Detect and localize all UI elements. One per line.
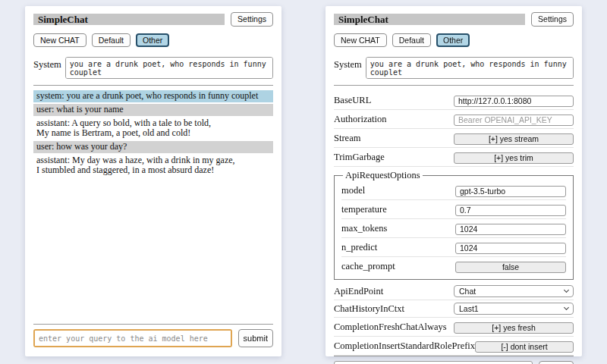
query-input[interactable]	[33, 329, 232, 347]
setting-row-api-endpoint: ApiEndPoint Chat	[334, 283, 574, 300]
setting-row-completion-insert: CompletionInsertStandardRolePrefix [-] d…	[334, 337, 574, 356]
chevron-down-icon	[564, 287, 569, 293]
completion-fresh-label: CompletionFreshChatAlways	[334, 322, 447, 333]
chat-messages: system: you are a drunk poet, who respon…	[33, 90, 273, 178]
submit-button[interactable]: submit	[238, 329, 273, 347]
setting-row-n-predict: n_predict	[341, 238, 566, 257]
api-request-options-fieldset: ApiRequestOptions model temperature max_…	[334, 170, 574, 280]
divider	[33, 324, 273, 325]
chat-history-label: ChatHistoryInCtxt	[334, 303, 404, 315]
model-label: model	[341, 185, 365, 196]
api-endpoint-label: ApiEndPoint	[334, 286, 383, 297]
trimgarbage-label: TrimGarbage	[334, 152, 385, 163]
setting-row-model: model	[341, 181, 566, 200]
system-prompt-input[interactable]: you are a drunk poet, who responds in fu…	[65, 57, 273, 79]
authorization-label: Authorization	[334, 114, 386, 125]
submit-button[interactable]: submit	[539, 361, 574, 364]
setting-row-stream: Stream [+] yes stream	[334, 129, 574, 148]
divider	[334, 85, 574, 86]
chat-message-user: user: how was your day?	[33, 141, 273, 153]
chat-message-assistant: assistant: A query so bold, with a tale …	[33, 118, 273, 140]
session-row: New CHAT Default Other	[334, 33, 574, 48]
chat-message-assistant: assistant: My day was a haze, with a dri…	[33, 155, 273, 177]
setting-row-cache-prompt: cache_prompt false	[341, 257, 566, 275]
query-input[interactable]	[334, 361, 533, 364]
n-predict-input[interactable]	[455, 243, 566, 254]
chat-history-select[interactable]: Last1	[454, 303, 574, 315]
max-tokens-label: max_tokens	[341, 223, 387, 234]
system-row: System you are a drunk poet, who respond…	[334, 57, 574, 79]
divider	[334, 356, 574, 356]
settings-button[interactable]: Settings	[531, 12, 574, 27]
system-label: System	[334, 57, 362, 71]
model-input[interactable]	[455, 186, 566, 197]
divider	[33, 85, 273, 86]
session-tab-default[interactable]: Default	[92, 33, 131, 48]
chat-panel: SimpleChat Settings New CHAT Default Oth…	[25, 6, 281, 356]
session-tab-default[interactable]: Default	[392, 33, 431, 48]
completion-insert-toggle-button[interactable]: [-] dont insert	[475, 341, 574, 353]
setting-row-completion-fresh: CompletionFreshChatAlways [+] yes fresh	[334, 318, 574, 337]
baseurl-input[interactable]	[454, 96, 574, 107]
api-endpoint-selected-value: Chat	[459, 287, 476, 296]
chat-history-selected-value: Last1	[459, 304, 479, 313]
new-chat-button[interactable]: New CHAT	[334, 33, 387, 48]
query-section: submit	[33, 324, 273, 347]
n-predict-label: n_predict	[341, 242, 377, 253]
baseurl-label: BaseURL	[334, 95, 371, 106]
setting-row-baseurl: BaseURL	[334, 91, 574, 110]
new-chat-button[interactable]: New CHAT	[33, 33, 86, 48]
title-row: SimpleChat Settings	[33, 12, 273, 27]
api-request-options-legend: ApiRequestOptions	[343, 170, 423, 181]
stream-toggle-button[interactable]: [+] yes stream	[454, 133, 574, 145]
query-section: submit	[334, 356, 574, 364]
app: SimpleChat Settings New CHAT Default Oth…	[0, 0, 607, 356]
api-endpoint-select[interactable]: Chat	[454, 285, 574, 297]
chat-message-system: system: you are a drunk poet, who respon…	[33, 90, 273, 102]
system-row: System you are a drunk poet, who respond…	[33, 57, 273, 79]
cache-prompt-toggle-button[interactable]: false	[455, 262, 566, 273]
trimgarbage-toggle-button[interactable]: [+] yes trim	[454, 152, 574, 164]
temperature-input[interactable]	[455, 205, 566, 216]
setting-row-temperature: temperature	[341, 200, 566, 219]
session-row: New CHAT Default Other	[33, 33, 273, 48]
chevron-down-icon	[564, 305, 569, 310]
system-label: System	[33, 57, 61, 71]
setting-row-chat-history: ChatHistoryInCtxt Last1	[334, 300, 574, 318]
app-title: SimpleChat	[33, 14, 225, 25]
completion-insert-label: CompletionInsertStandardRolePrefix	[334, 340, 475, 352]
setting-row-trimgarbage: TrimGarbage [+] yes trim	[334, 148, 574, 167]
authorization-input[interactable]	[454, 115, 574, 126]
system-prompt-input[interactable]: you are a drunk poet, who responds in fu…	[366, 57, 574, 79]
settings-button[interactable]: Settings	[231, 12, 273, 27]
session-tab-other[interactable]: Other	[436, 33, 470, 48]
app-title: SimpleChat	[334, 14, 525, 25]
title-row: SimpleChat Settings	[334, 12, 574, 27]
settings-list: BaseURL Authorization Stream [+] yes str…	[334, 91, 574, 356]
chat-message-user: user: what is your name	[33, 104, 273, 116]
max-tokens-input[interactable]	[455, 224, 566, 235]
settings-panel: SimpleChat Settings New CHAT Default Oth…	[326, 6, 582, 356]
session-tab-other[interactable]: Other	[136, 33, 169, 48]
completion-fresh-toggle-button[interactable]: [+] yes fresh	[454, 322, 574, 334]
temperature-label: temperature	[341, 204, 387, 215]
cache-prompt-label: cache_prompt	[341, 261, 395, 272]
stream-label: Stream	[334, 133, 360, 144]
setting-row-authorization: Authorization	[334, 110, 574, 129]
setting-row-max-tokens: max_tokens	[341, 219, 566, 238]
